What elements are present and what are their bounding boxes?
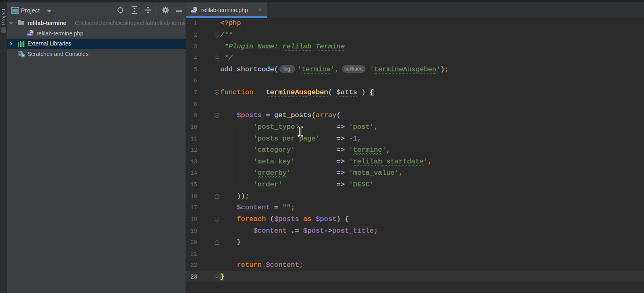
svg-text:PHP: PHP [191, 10, 196, 12]
svg-text:PHP: PHP [27, 33, 32, 36]
